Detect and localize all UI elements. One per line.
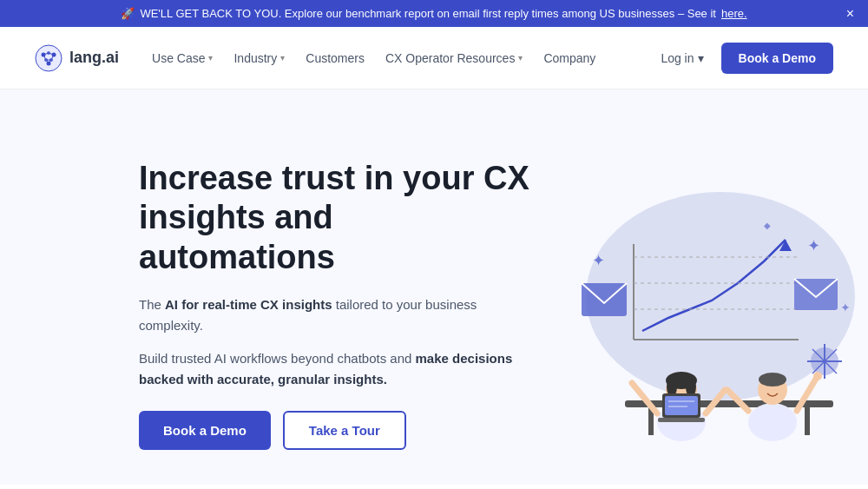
svg-line-40: [632, 383, 657, 413]
nav-item-operator-resources[interactable]: CX Operator Resources ▾: [377, 44, 531, 72]
login-button[interactable]: Log in ▾: [650, 44, 713, 72]
hero-title: Increase trust in your CX insights and a…: [139, 159, 538, 278]
nav-item-customers[interactable]: Customers: [297, 44, 373, 72]
svg-text:✦: ✦: [840, 301, 851, 314]
hero-section: Increase trust in your CX insights and a…: [0, 89, 868, 485]
chevron-down-icon: ▾: [280, 53, 285, 63]
banner-link[interactable]: here.: [721, 7, 747, 20]
hero-buttons: Book a Demo Take a Tour: [139, 411, 538, 450]
banner-text: WE'LL GET BACK TO YOU. Explore our bench…: [140, 7, 716, 20]
nav-item-industry[interactable]: Industry ▾: [225, 44, 293, 72]
nav-items: Use Case ▾ Industry ▾ Customers CX Opera…: [143, 44, 650, 72]
svg-rect-46: [658, 418, 705, 422]
navbar: lang.ai Use Case ▾ Industry ▾ Customers …: [0, 27, 868, 89]
hero-svg: ✦ ✦ ✦ ◆: [538, 157, 868, 453]
svg-point-52: [813, 372, 822, 380]
hero-desc-2: Build trusted AI workflows beyond chatbo…: [139, 348, 538, 390]
nav-demo-button[interactable]: Book a Demo: [721, 43, 833, 74]
hero-content: Increase trust in your CX insights and a…: [139, 159, 538, 451]
hero-desc1-bold: AI for real-time CX insights: [165, 297, 332, 312]
nav-item-company[interactable]: Company: [535, 44, 604, 72]
svg-point-0: [36, 45, 62, 71]
nav-label-industry: Industry: [233, 51, 277, 65]
svg-text:✦: ✦: [807, 237, 820, 254]
hero-desc1-prefix: The: [139, 297, 165, 312]
hero-desc-1: The AI for real-time CX insights tailore…: [139, 294, 538, 336]
announcement-banner: 🚀 WE'LL GET BACK TO YOU. Explore our ben…: [0, 0, 868, 27]
rocket-icon: 🚀: [121, 7, 135, 20]
svg-point-49: [759, 373, 786, 387]
svg-text:◆: ◆: [764, 221, 771, 230]
login-label: Log in: [661, 51, 694, 65]
nav-label-company: Company: [543, 51, 595, 65]
hero-illustration: ✦ ✦ ✦ ◆: [538, 124, 868, 485]
nav-item-usecase[interactable]: Use Case ▾: [143, 44, 221, 72]
logo-icon: [35, 44, 62, 72]
nav-actions: Log in ▾ Book a Demo: [650, 43, 833, 74]
hero-desc2-prefix: Build trusted AI workflows beyond chatbo…: [139, 351, 416, 366]
chevron-down-icon: ▾: [518, 53, 523, 63]
nav-label-usecase: Use Case: [152, 51, 205, 65]
nav-label-operator-resources: CX Operator Resources: [385, 51, 515, 65]
logo-text: lang.ai: [69, 49, 119, 67]
logo-link[interactable]: lang.ai: [35, 44, 119, 72]
svg-rect-43: [665, 396, 698, 415]
svg-text:✦: ✦: [592, 252, 605, 269]
nav-label-customers: Customers: [306, 51, 365, 65]
chevron-down-icon: ▾: [208, 53, 213, 63]
close-banner-button[interactable]: ×: [846, 6, 854, 22]
book-demo-button[interactable]: Book a Demo: [139, 411, 271, 450]
chevron-down-icon: ▾: [698, 51, 704, 65]
svg-point-47: [748, 403, 797, 441]
take-tour-button[interactable]: Take a Tour: [283, 411, 406, 450]
